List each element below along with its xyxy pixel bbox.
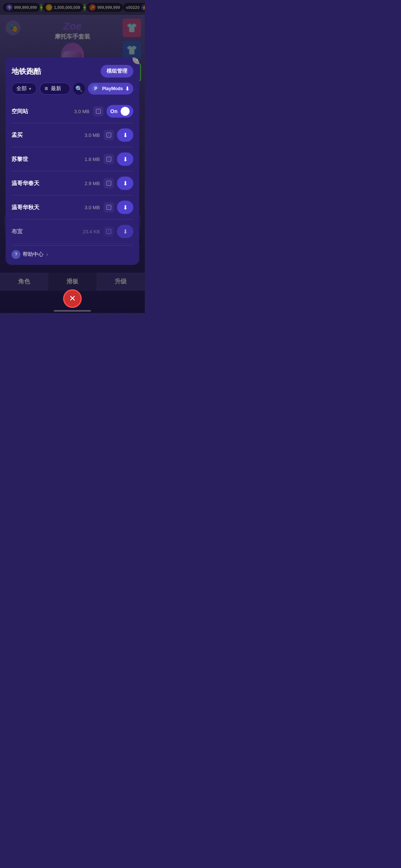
home-indicator <box>54 310 91 312</box>
mod-name: 孟买 <box>12 132 79 139</box>
mod-name: 布宜 <box>12 228 79 235</box>
mod-item: 温哥华秋天 3.0 MB i ⬇ <box>12 195 133 220</box>
home-button[interactable]: ✕ <box>63 289 82 308</box>
mod-size: 3.0 MB <box>79 205 100 210</box>
dropdown-arrow-icon: ▼ <box>28 87 32 91</box>
help-text: 帮助中心 <box>23 251 43 258</box>
category-filter[interactable]: 全部 ▼ <box>12 83 37 95</box>
mod-info-icon[interactable]: i <box>104 130 114 140</box>
svg-text:i: i <box>108 230 109 233</box>
mod-size: 3.0 MB <box>69 109 89 114</box>
mod-size: 3.0 MB <box>79 132 100 138</box>
playmods-download-icon: ⬇ <box>125 86 130 92</box>
mod-name: 温哥华秋天 <box>12 204 79 211</box>
mod-info-icon[interactable]: i <box>104 154 114 164</box>
sort-filter[interactable]: ≡ 最新 <box>40 83 70 95</box>
download-button[interactable]: ⬇ <box>117 225 133 238</box>
modal-close-button[interactable]: ✕ <box>133 57 139 64</box>
mod-list: 空间站 3.0 MB i On 孟买 3.0 MB i ⬇ 苏黎世 1.8 MB… <box>12 100 133 244</box>
mod-toggle-on[interactable]: On <box>107 105 133 118</box>
mod-size: 2.9 MB <box>79 181 100 186</box>
help-center-link[interactable]: ? 帮助中心 › <box>12 250 133 259</box>
mod-item: 孟买 3.0 MB i ⬇ <box>12 123 133 147</box>
download-button[interactable]: ⬇ <box>117 128 133 142</box>
mod-name: 温哥华春天 <box>12 180 79 187</box>
sort-label: 最新 <box>51 85 61 92</box>
mod-info-icon[interactable]: i <box>93 106 104 116</box>
modal-title: 地铁跑酷 <box>12 66 41 76</box>
mod-info-icon[interactable]: i <box>104 202 114 213</box>
search-button[interactable]: 🔍 <box>73 83 85 95</box>
mod-size: 1.8 MB <box>79 157 100 162</box>
mods-modal: ✕ 地铁跑酷 模组管理 全部 ▼ ≡ 最新 🔍 P PlayMods ⬇ 空间站… <box>6 57 139 265</box>
filter-all-label: 全部 <box>16 85 27 92</box>
mod-size: 23.4 KB <box>79 229 100 234</box>
mod-item: 温哥华春天 2.9 MB i ⬇ <box>12 171 133 195</box>
svg-text:i: i <box>108 157 109 161</box>
modal-header: 地铁跑酷 模组管理 <box>12 65 133 78</box>
mod-item: 布宜 23.4 KB i ⬇ <box>12 220 133 244</box>
modal-footer: ? 帮助中心 › <box>12 245 133 259</box>
manage-mods-button[interactable]: 模组管理 <box>101 65 133 78</box>
mod-info-icon[interactable]: i <box>104 178 114 188</box>
mod-name: 空间站 <box>12 108 69 115</box>
mod-info-icon[interactable]: i <box>104 226 114 237</box>
download-button[interactable]: ⬇ <box>117 201 133 214</box>
toggle-circle <box>121 107 130 116</box>
sort-icon: ≡ <box>45 85 48 92</box>
help-chevron-icon: › <box>46 252 48 257</box>
mod-item: 空间站 3.0 MB i On <box>12 100 133 123</box>
mod-name: 苏黎世 <box>12 156 79 163</box>
help-icon: ? <box>12 250 20 259</box>
mod-item: 苏黎世 1.8 MB i ⬇ <box>12 147 133 171</box>
playmods-label: PlayMods <box>102 86 123 91</box>
playmods-icon: P <box>92 85 100 93</box>
search-icon: 🔍 <box>75 85 83 92</box>
download-button[interactable]: ⬇ <box>117 177 133 190</box>
svg-text:i: i <box>108 181 109 185</box>
toggle-label: On <box>110 108 117 114</box>
svg-text:i: i <box>108 206 109 209</box>
filter-bar: 全部 ▼ ≡ 最新 🔍 P PlayMods ⬇ <box>12 83 133 95</box>
svg-text:i: i <box>108 133 109 137</box>
download-button[interactable]: ⬇ <box>117 152 133 166</box>
svg-text:i: i <box>98 109 99 113</box>
playmods-badge[interactable]: P PlayMods ⬇ <box>88 83 133 95</box>
